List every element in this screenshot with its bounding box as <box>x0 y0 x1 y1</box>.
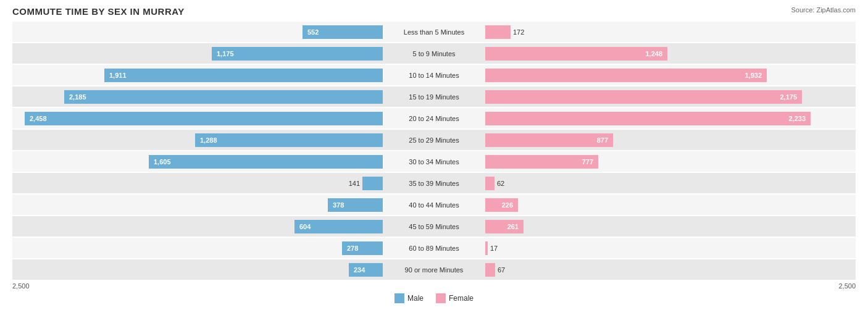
male-value: 552 <box>305 28 321 36</box>
left-section: 552 <box>12 22 383 42</box>
row-label: 20 to 24 Minutes <box>383 115 485 122</box>
male-value: 141 <box>349 180 360 187</box>
female-value: 1,248 <box>643 50 665 57</box>
right-section: 62 <box>485 173 856 193</box>
legend: Male Female <box>12 293 856 303</box>
female-bar: 226 <box>485 198 518 212</box>
female-bar <box>485 25 511 39</box>
right-section: 172 <box>485 22 856 42</box>
bar-row: 2,18515 to 19 Minutes2,175 <box>12 86 856 107</box>
legend-female: Female <box>436 293 474 303</box>
male-value: 1,605 <box>151 158 173 166</box>
bar-row: 27860 to 89 Minutes17 <box>12 238 856 258</box>
female-value: 777 <box>580 158 596 166</box>
bars-area: 552Less than 5 Minutes1721,1755 to 9 Min… <box>12 22 856 280</box>
legend-male: Male <box>394 293 424 303</box>
bar-row: 14135 to 39 Minutes62 <box>12 173 856 193</box>
right-section: 777 <box>485 151 856 172</box>
legend-male-label: Male <box>407 294 424 303</box>
male-value: 1,911 <box>107 72 129 79</box>
left-section: 278 <box>12 238 383 258</box>
row-label: 60 to 89 Minutes <box>383 245 485 252</box>
male-value: 278 <box>344 245 361 252</box>
female-bar <box>485 263 495 277</box>
row-label: 40 to 44 Minutes <box>383 201 485 209</box>
bar-row: 552Less than 5 Minutes172 <box>12 22 856 42</box>
bar-row: 1,60530 to 34 Minutes777 <box>12 151 856 172</box>
chart-container: COMMUTE TIME BY SEX IN MURRAY Source: Zi… <box>0 0 868 323</box>
bar-row: 37840 to 44 Minutes226 <box>12 195 856 215</box>
female-bar <box>485 177 495 190</box>
female-bar: 877 <box>485 133 613 147</box>
female-value: 261 <box>505 223 521 230</box>
left-section: 1,288 <box>12 130 383 150</box>
left-section: 1,911 <box>12 65 383 85</box>
right-section: 877 <box>485 130 856 150</box>
chart-title: COMMUTE TIME BY SEX IN MURRAY <box>12 6 856 17</box>
male-bar: 234 <box>349 263 383 277</box>
left-section: 234 <box>12 259 383 280</box>
male-value: 1,288 <box>198 136 220 144</box>
female-value: 2,233 <box>786 115 808 122</box>
bar-row: 1,91110 to 14 Minutes1,932 <box>12 65 856 85</box>
right-section: 1,932 <box>485 65 856 85</box>
male-bar: 278 <box>342 241 383 255</box>
row-label: Less than 5 Minutes <box>383 28 485 36</box>
male-value: 2,458 <box>27 115 49 122</box>
female-value: 2,175 <box>777 93 799 101</box>
left-section: 141 <box>12 173 383 193</box>
female-bar: 261 <box>485 220 524 233</box>
right-section: 1,248 <box>485 43 856 64</box>
female-value: 17 <box>490 245 498 252</box>
male-value: 2,185 <box>67 93 89 101</box>
row-label: 30 to 34 Minutes <box>383 158 485 166</box>
male-bar: 604 <box>294 220 383 233</box>
left-section: 604 <box>12 216 383 237</box>
left-section: 2,185 <box>12 86 383 107</box>
axis-left: 2,500 <box>12 282 30 290</box>
right-section: 2,233 <box>485 108 856 128</box>
right-section: 261 <box>485 216 856 237</box>
row-label: 35 to 39 Minutes <box>383 180 485 187</box>
bar-row: 1,28825 to 29 Minutes877 <box>12 130 856 150</box>
male-value: 234 <box>351 266 367 274</box>
row-label: 15 to 19 Minutes <box>383 93 485 101</box>
male-bar: 1,288 <box>195 133 383 147</box>
female-value: 62 <box>497 180 504 187</box>
source-label: Source: ZipAtlas.com <box>791 6 856 14</box>
left-section: 1,175 <box>12 43 383 64</box>
female-value: 67 <box>498 266 505 274</box>
row-label: 10 to 14 Minutes <box>383 72 485 79</box>
male-bar: 1,911 <box>104 69 383 82</box>
row-label: 25 to 29 Minutes <box>383 136 485 144</box>
axis-labels: 2,500 2,500 <box>12 282 856 290</box>
legend-male-box <box>394 293 404 303</box>
left-section: 1,605 <box>12 151 383 172</box>
legend-female-label: Female <box>449 294 474 303</box>
right-section: 17 <box>485 238 856 258</box>
male-value: 604 <box>297 223 313 230</box>
left-section: 378 <box>12 195 383 215</box>
female-value: 172 <box>513 28 524 36</box>
row-label: 90 or more Minutes <box>383 266 485 274</box>
female-value: 877 <box>595 136 611 144</box>
right-section: 2,175 <box>485 86 856 107</box>
male-bar: 552 <box>303 25 383 39</box>
bottom-area: 2,500 2,500 Male Female <box>12 282 856 303</box>
row-label: 5 to 9 Minutes <box>383 50 485 57</box>
female-bar: 2,175 <box>485 90 802 104</box>
male-bar: 1,605 <box>149 155 383 169</box>
axis-right: 2,500 <box>838 282 856 290</box>
row-label: 45 to 59 Minutes <box>383 223 485 230</box>
male-bar: 378 <box>328 198 383 212</box>
female-bar <box>485 241 488 255</box>
male-value: 1,175 <box>214 50 236 57</box>
right-section: 67 <box>485 259 856 280</box>
legend-female-box <box>436 293 446 303</box>
female-value: 226 <box>499 201 515 209</box>
left-section: 2,458 <box>12 108 383 128</box>
male-bar: 2,458 <box>25 112 383 125</box>
male-value: 378 <box>330 201 346 209</box>
bar-row: 1,1755 to 9 Minutes1,248 <box>12 43 856 64</box>
male-bar: 1,175 <box>212 47 383 61</box>
